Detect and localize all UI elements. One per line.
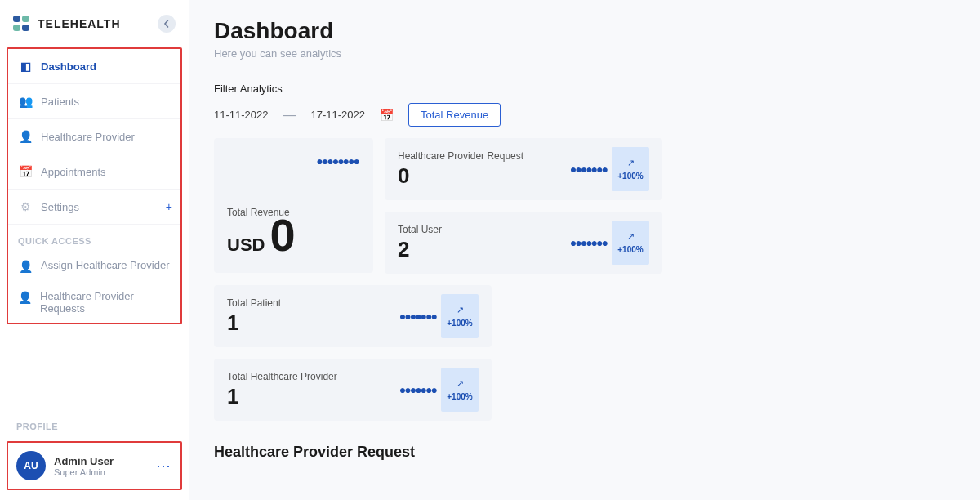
page-title: Dashboard [214, 18, 956, 44]
date-from[interactable]: 11-11-2022 [214, 109, 269, 121]
sparkline-icon: ●●●●●●●● [316, 154, 359, 167]
card-value: 0 [398, 163, 570, 189]
trend-badge: ↗ +100% [612, 147, 649, 191]
patients-icon: 👥 [18, 94, 33, 109]
trend-percent: +100% [447, 319, 472, 328]
request-icon: 👤 [18, 290, 32, 305]
sidebar-item-patients[interactable]: 👥 Patients [8, 84, 180, 119]
card-label: Total Patient [227, 297, 399, 309]
profile-section-label: PROFILE [0, 418, 189, 435]
card-value: 1 [227, 310, 399, 336]
total-revenue-button[interactable]: Total Revenue [408, 103, 501, 127]
cards-column-right: Healthcare Provider Request 0 ●●●●●●● ↗ … [385, 138, 662, 274]
currency-label: USD [227, 234, 265, 256]
calendar-picker-icon[interactable]: 📅 [380, 109, 394, 122]
app-name: TELEHEALTH [38, 17, 121, 30]
trend-badge: ↗ +100% [612, 221, 649, 265]
card-total-revenue: ●●●●●●●● Total Revenue USD 0 [214, 138, 373, 273]
sidebar-item-dashboard[interactable]: ◧ Dashboard [8, 49, 180, 84]
dashboard-icon: ◧ [18, 59, 33, 74]
healthcare-provider-icon: 👤 [18, 129, 33, 144]
trend-percent: +100% [447, 392, 472, 401]
nav-highlight-box: ◧ Dashboard 👥 Patients 👤 Healthcare Prov… [7, 47, 182, 324]
card-label: Total User [398, 224, 570, 235]
trend-badge: ↗ +100% [441, 294, 479, 338]
profile-menu-button[interactable]: ⋯ [156, 457, 172, 475]
sidebar-item-label: Appointments [41, 166, 106, 178]
card-total-hcp: Total Healthcare Provider 1 ●●●●●●● ↗ +1… [214, 359, 492, 421]
collapse-sidebar-button[interactable] [158, 15, 176, 33]
trend-up-icon: ↗ [627, 158, 635, 168]
sidebar: TELEHEALTH ◧ Dashboard 👥 Patients 👤 Heal… [0, 0, 189, 500]
card-value: 2 [398, 237, 570, 262]
card-value: 1 [227, 384, 399, 409]
date-to[interactable]: 17-11-2022 [311, 109, 366, 121]
cards-column-left: ●●●●●●●● Total Revenue USD 0 [214, 138, 373, 274]
trend-badge: ↗ +100% [441, 368, 479, 412]
card-hcp-request: Healthcare Provider Request 0 ●●●●●●● ↗ … [385, 138, 662, 200]
sidebar-item-label: Patients [41, 96, 79, 108]
sidebar-item-healthcare-provider[interactable]: 👤 Healthcare Provider [8, 119, 180, 154]
logo-icon [13, 16, 31, 32]
chevron-left-icon [163, 20, 171, 28]
sparkline-icon: ●●●●●●● [399, 383, 436, 396]
trend-percent: +100% [617, 172, 643, 181]
profile-name: Admin User [54, 455, 114, 467]
card-label: Total Healthcare Provider [227, 371, 399, 382]
date-separator: — [283, 108, 296, 123]
revenue-value: 0 [270, 212, 295, 258]
profile-box: AU Admin User Super Admin ⋯ [7, 441, 182, 490]
cards-area: ●●●●●●●● Total Revenue USD 0 Healthcare … [214, 138, 956, 274]
trend-up-icon: ↗ [457, 378, 464, 389]
sidebar-item-label: Healthcare Provider [41, 131, 135, 143]
quick-access-label: QUICK ACCESS [8, 225, 180, 251]
add-settings-button[interactable]: + [166, 200, 172, 213]
sidebar-item-label: Healthcare Provider Requests [40, 290, 171, 315]
profile-text: Admin User Super Admin [54, 455, 114, 477]
sparkline-icon: ●●●●●●● [399, 310, 436, 323]
card-total-user: Total User 2 ●●●●●●● ↗ +100% [385, 212, 662, 274]
section-hcp-request-heading: Healthcare Provider Request [214, 444, 956, 461]
page-subtitle: Here you can see analytics [214, 47, 956, 60]
sidebar-item-assign-hcp[interactable]: 👤 Assign Healthcare Provider [8, 251, 180, 282]
calendar-icon: 📅 [18, 164, 33, 179]
trend-up-icon: ↗ [627, 231, 635, 242]
trend-percent: +100% [617, 245, 643, 254]
sidebar-item-hcp-requests[interactable]: 👤 Healthcare Provider Requests [8, 282, 180, 323]
sidebar-item-settings[interactable]: ⚙ Settings + [8, 190, 180, 225]
card-total-patient: Total Patient 1 ●●●●●●● ↗ +100% [214, 285, 492, 347]
trend-up-icon: ↗ [457, 305, 464, 315]
assign-icon: 👤 [18, 259, 33, 274]
sidebar-item-appointments[interactable]: 📅 Appointments [8, 154, 180, 190]
profile-role: Super Admin [54, 467, 114, 477]
filter-row: 11-11-2022 — 17-11-2022 📅 Total Revenue [214, 103, 956, 127]
sparkline-icon: ●●●●●●● [570, 236, 607, 249]
filter-label: Filter Analytics [214, 83, 956, 95]
avatar[interactable]: AU [16, 451, 46, 480]
sidebar-item-label: Dashboard [41, 60, 96, 73]
sidebar-item-label: Settings [41, 201, 79, 213]
sidebar-item-label: Assign Healthcare Provider [41, 259, 170, 271]
card-label: Healthcare Provider Request [398, 150, 570, 162]
logo-row: TELEHEALTH [0, 0, 189, 41]
main-content: Dashboard Here you can see analytics Fil… [189, 0, 980, 500]
gear-icon: ⚙ [18, 199, 33, 214]
sparkline-icon: ●●●●●●● [570, 163, 607, 176]
